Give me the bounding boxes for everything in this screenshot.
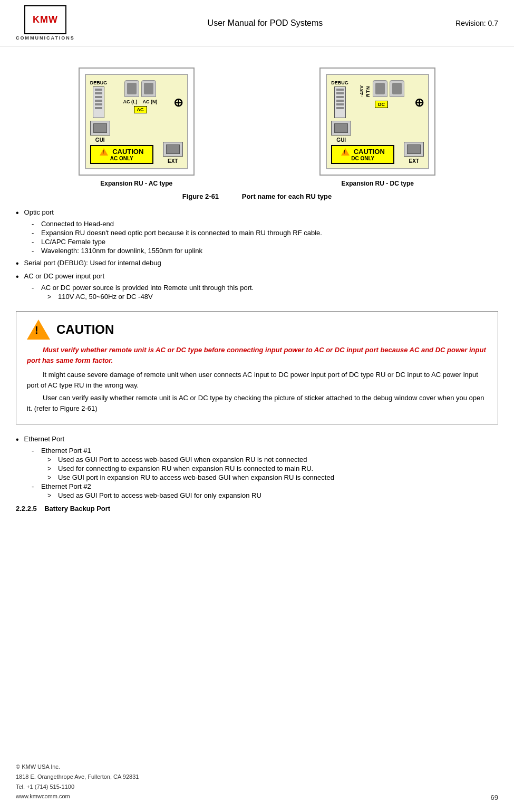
ac-caution-text: CAUTION bbox=[112, 148, 143, 156]
serial-port-section: • Serial port (DEBUG): Used for internal… bbox=[16, 259, 498, 268]
dash-7: - bbox=[32, 482, 37, 490]
optic-sub-list: - Connected to Head-end - Expansion RU d… bbox=[32, 220, 498, 255]
figure-main-caption: Figure 2-61 Port name for each RU type bbox=[16, 192, 498, 200]
dc-figure-caption: Expansion RU - DC type bbox=[342, 180, 414, 187]
dc-gui-ext-row: GUI CAUTION DC ONLY bbox=[331, 121, 424, 164]
eth1-item: - Ethernet Port #1 bbox=[32, 447, 498, 455]
dc-debug-block: DEBUG bbox=[331, 80, 348, 118]
ac-power-connectors bbox=[124, 80, 156, 97]
footer-address: 1818 E. Orangethrope Ave, Fullerton, CA … bbox=[16, 772, 139, 782]
dc-caution-text: CAUTION bbox=[354, 148, 385, 156]
main-content: DEBUG bbox=[0, 46, 514, 526]
ac-l-connector bbox=[124, 80, 139, 97]
dc-connector-2 bbox=[390, 80, 404, 97]
dc-connector-2-inner bbox=[392, 83, 402, 94]
section-title: Battery Backup Port bbox=[44, 505, 110, 513]
dc-ext-port-block: EXT bbox=[404, 142, 424, 164]
eth1-sub-list: > Used as GUI Port to access web-based G… bbox=[47, 456, 498, 481]
debug-pin-6 bbox=[95, 107, 102, 109]
optic-sub-1-text: Connected to Head-end bbox=[41, 220, 114, 228]
page-header: KMW COMMUNICATIONS User Manual for POD S… bbox=[0, 0, 514, 46]
dc-ext-label: EXT bbox=[409, 158, 419, 164]
ac-power-labels: AC (L) AC (N) bbox=[123, 99, 158, 104]
dc-debug-pin-3 bbox=[336, 96, 344, 98]
footer-tel: Tel. +1 (714) 515-1100 bbox=[16, 782, 139, 792]
dc-gui-port-block: GUI bbox=[331, 121, 351, 143]
ac-debug-port bbox=[93, 86, 104, 118]
acdc-sub-1: - AC or DC power source is provided into… bbox=[32, 284, 498, 292]
ac-badge-text: AC bbox=[137, 107, 144, 112]
ac-n-inner bbox=[144, 83, 153, 94]
optic-sub-1: - Connected to Head-end bbox=[32, 220, 498, 228]
optic-sub-3: - LC/APC Female type bbox=[32, 238, 498, 246]
optic-port-text: Optic port bbox=[24, 208, 54, 216]
caution-para1: It might cause severe damage of remote u… bbox=[27, 370, 487, 390]
bullet-dot-2: • bbox=[16, 259, 19, 268]
gt-2: > bbox=[47, 456, 54, 463]
figures-row: DEBUG bbox=[16, 67, 498, 187]
acdc-text: AC or DC power input port bbox=[24, 272, 104, 280]
dc-debug-pin-5 bbox=[336, 103, 344, 105]
gt-3: > bbox=[47, 465, 54, 472]
caution-box-header: CAUTION bbox=[27, 320, 487, 340]
eth1-label: Ethernet Port #1 bbox=[41, 447, 91, 455]
ac-caution-badge: CAUTION AC ONLY bbox=[90, 145, 153, 164]
footer-copyright: © KMW USA Inc. bbox=[16, 762, 139, 772]
ac-ext-port bbox=[163, 142, 183, 157]
optic-sub-4: - Wavelength: 1310nm for downlink, 1550n… bbox=[32, 247, 498, 255]
ac-badge: AC bbox=[134, 106, 147, 113]
dc-warning-triangle bbox=[341, 148, 350, 156]
dc-ground-symbol: ⊕ bbox=[414, 96, 424, 110]
gt-5: > bbox=[47, 491, 54, 499]
ac-n-connector bbox=[141, 80, 156, 97]
ac-ext-label: EXT bbox=[168, 158, 178, 164]
ac-ru-diagram: DEBUG bbox=[79, 67, 195, 176]
optic-sub-4-text: Wavelength: 1310nm for downlink, 1550nm … bbox=[41, 247, 202, 255]
logo-text: KMW bbox=[33, 14, 58, 25]
debug-pin-3 bbox=[95, 96, 102, 98]
acdc-item: • AC or DC power input port bbox=[16, 272, 498, 281]
ethernet-item: • Ethernet Port bbox=[16, 435, 498, 444]
debug-pin-2 bbox=[95, 92, 102, 94]
optic-port-section: • Optic port - Connected to Head-end - E… bbox=[16, 208, 498, 255]
dash-4: - bbox=[32, 247, 37, 255]
debug-pin-5 bbox=[95, 103, 102, 105]
ac-figure-caption: Expansion RU - AC type bbox=[100, 180, 172, 187]
bullet-dot-4: • bbox=[16, 436, 19, 444]
ac-l-label: AC (L) bbox=[123, 99, 138, 104]
acdc-sub-1-text: AC or DC power source is provided into R… bbox=[41, 284, 254, 292]
caution-para2: User can verify easily whether remote un… bbox=[27, 393, 487, 413]
dc-debug-label: DEBUG bbox=[331, 80, 348, 85]
serial-port-item: • Serial port (DEBUG): Used for internal… bbox=[16, 259, 498, 268]
ac-gui-label: GUI bbox=[95, 137, 105, 143]
ac-gui-ext-row: GUI CAUTION AC ONLY bbox=[90, 121, 183, 164]
ac-caution-sub: AC ONLY bbox=[110, 156, 133, 161]
optic-sub-3-text: LC/APC Female type bbox=[41, 238, 105, 246]
ac-caution-title-row: CAUTION bbox=[100, 148, 143, 156]
dc-gui-port-inner bbox=[334, 123, 348, 133]
dc-debug-pin-1 bbox=[336, 89, 344, 91]
dc-neg48v-label: -48V bbox=[359, 85, 364, 97]
section-num: 2.2.2.5 bbox=[16, 505, 37, 513]
optic-sub-2-text: Expansion RU doesn't need optic port bec… bbox=[41, 229, 322, 237]
acdc-section: • AC or DC power input port - AC or DC p… bbox=[16, 272, 498, 301]
footer-website: www.kmwcomm.com bbox=[16, 791, 139, 801]
acdc-sub-sub-1: > 110V AC, 50~60Hz or DC -48V bbox=[47, 293, 498, 301]
dc-badge: DC bbox=[375, 101, 388, 108]
dc-connector-1 bbox=[373, 80, 387, 97]
dc-caution-badge: CAUTION DC ONLY bbox=[331, 145, 394, 164]
revision-label: Revision: 0.7 bbox=[455, 19, 498, 27]
dc-power-connectors bbox=[373, 80, 404, 97]
eth1-sub-2-text: Used for connecting to expansion RU when… bbox=[58, 465, 313, 472]
caution-italic-text: Must verify whether remote unit is AC or… bbox=[27, 345, 487, 365]
dc-ru-inner: DEBUG bbox=[326, 74, 429, 169]
footer-left: © KMW USA Inc. 1818 E. Orangethrope Ave,… bbox=[16, 762, 139, 801]
eth1-sub-2: > Used for connecting to expansion RU wh… bbox=[47, 465, 498, 472]
ac-top-row: DEBUG bbox=[90, 80, 183, 118]
dc-gui-port bbox=[331, 121, 351, 136]
ac-gui-port-block: GUI bbox=[90, 121, 110, 143]
dash-6: - bbox=[32, 447, 37, 455]
optic-sub-2: - Expansion RU doesn't need optic port b… bbox=[32, 229, 498, 237]
ac-figure-item: DEBUG bbox=[79, 67, 195, 187]
eth2-sub-list: > Used as GUI Port to access web-based G… bbox=[47, 491, 498, 499]
